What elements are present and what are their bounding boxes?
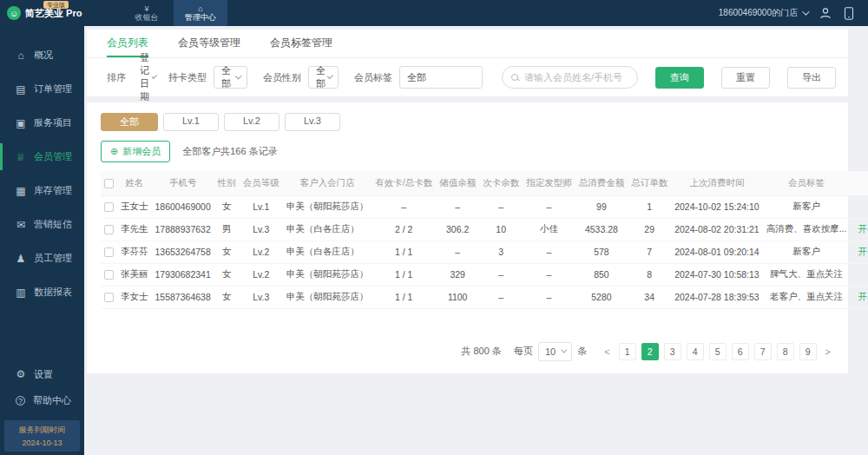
level-chip[interactable]: Lv.3 <box>285 113 340 131</box>
card-type-select[interactable]: 全部 <box>214 66 247 89</box>
home-icon: ⌂ <box>198 4 202 13</box>
cell-balance: – <box>436 241 479 263</box>
cell-order-count: 1 <box>628 195 671 218</box>
sidebar-item-help-center[interactable]: ? 帮助中心 <box>0 387 84 413</box>
per-page-select[interactable]: 10 <box>538 342 572 361</box>
chevron-down-icon <box>152 74 157 79</box>
sort-label: 排序 <box>107 71 126 84</box>
sidebar-item-settings[interactable]: ⚙ 设置 <box>0 361 84 387</box>
level-chip[interactable]: Lv.2 <box>224 113 279 131</box>
sidebar-item-inventory[interactable]: ▦ 库存管理 <box>0 174 84 208</box>
sidebar-item-label: 会员管理 <box>34 150 72 163</box>
cell-store: 申美（白各庄店） <box>283 241 372 263</box>
cell-cards: – <box>372 195 436 218</box>
top-tab-admin-center[interactable]: ⌂ 管理中心 <box>174 0 227 26</box>
cell-last-purchase-time: 2024-08-02 20:31:21 <box>671 218 763 241</box>
cell-last-purchase-time: 2024-08-01 09:20:14 <box>671 241 763 263</box>
chevron-down-icon <box>802 8 809 15</box>
gender-select[interactable]: 全部 <box>308 66 339 89</box>
reset-button[interactable]: 重置 <box>721 67 770 89</box>
member-table: 姓名手机号性别会员等级客户入会门店有效卡/总卡数储值余额次卡余数指定发型师总消费… <box>101 171 868 309</box>
cell-name: 张美丽 <box>117 263 152 286</box>
sidebar-footer: ⚙ 设置 ? 帮助中心 服务到期时间 2024-10-13 <box>0 361 84 452</box>
sidebar-item-overview[interactable]: ⌂ 概况 <box>0 38 84 72</box>
cell-last-purchase-time: 2024-07-30 10:58:13 <box>671 263 763 286</box>
page-button-4[interactable]: 4 <box>687 343 704 360</box>
top-tab-cashier[interactable]: ¥ 收银台 <box>120 0 174 26</box>
page-button-8[interactable]: 8 <box>777 343 794 360</box>
cell-gender: 女 <box>214 286 240 308</box>
column-header: 操作 <box>850 171 868 195</box>
cell-total-spend: 5280 <box>575 286 628 308</box>
per-page-label: 每页 <box>514 345 533 358</box>
row-checkbox[interactable] <box>104 247 114 257</box>
top-tabs: ¥ 收银台 ⌂ 管理中心 <box>120 0 227 26</box>
column-header: 上次消费时间 <box>671 171 763 195</box>
cell-balance: 306.2 <box>436 218 479 241</box>
level-chip[interactable]: 全部 <box>101 113 158 131</box>
cell-stylist: – <box>523 263 575 286</box>
sort-select-value: 登记日期 <box>140 51 152 103</box>
cell-phone: 17930682341 <box>152 263 214 286</box>
cell-gender: 女 <box>214 195 240 218</box>
topbar: ☺ 简艺美业 Pro 专业版 ¥ 收银台 ⌂ 管理中心 18600469000的… <box>0 0 868 26</box>
tab-member-levels[interactable]: 会员等级管理 <box>178 30 240 57</box>
action-link[interactable]: 开单 <box>858 246 868 256</box>
expiry-date: 2024-10-13 <box>6 439 78 447</box>
tab-member-tags[interactable]: 会员标签管理 <box>270 30 332 57</box>
page-button-9[interactable]: 9 <box>799 343 817 360</box>
cell-last-purchase-time: 2024-07-28 18:39:53 <box>671 286 763 308</box>
sort-select[interactable]: 登记日期 <box>133 66 161 89</box>
next-page-button[interactable]: > <box>822 346 834 357</box>
page-button-6[interactable]: 6 <box>732 343 749 360</box>
page-button-7[interactable]: 7 <box>754 343 772 360</box>
cell-phone: 15587364638 <box>152 286 214 308</box>
row-checkbox[interactable] <box>104 270 114 280</box>
page-button-5[interactable]: 5 <box>709 343 727 360</box>
cell-total-spend: 99 <box>575 195 628 218</box>
gender-select-value: 全部 <box>316 64 327 90</box>
row-actions: 开单详情 <box>850 263 868 286</box>
cell-name: 李先生 <box>117 218 152 241</box>
cell-member-tags: 脾气大、重点关注 <box>763 263 851 286</box>
export-button[interactable]: 导出 <box>787 67 836 89</box>
page-button-1[interactable]: 1 <box>619 343 636 360</box>
sidebar-footer-menu: ⚙ 设置 ? 帮助中心 <box>0 361 84 413</box>
user-icon[interactable] <box>819 7 832 19</box>
sidebar-item-staff[interactable]: ♟ 员工管理 <box>0 241 84 275</box>
member-tag-input[interactable] <box>399 66 483 89</box>
record-count: 全部客户共166 条记录 <box>182 145 277 158</box>
cell-phone: 17888937632 <box>152 218 214 241</box>
sidebar-item-label: 服务项目 <box>34 116 72 129</box>
cell-store: 申美（朝阳苑莎店） <box>283 263 372 286</box>
cell-level: Lv.2 <box>240 263 283 286</box>
sidebar-item-services[interactable]: ▣ 服务项目 <box>0 106 84 140</box>
level-chip[interactable]: Lv.1 <box>163 113 219 131</box>
card-type-label: 持卡类型 <box>168 71 207 84</box>
prev-page-button[interactable]: < <box>601 346 613 357</box>
sidebar-item-reports[interactable]: ▥ 数据报表 <box>0 275 84 309</box>
select-all-checkbox[interactable] <box>104 179 114 188</box>
row-checkbox[interactable] <box>104 293 114 302</box>
action-link[interactable]: 开单 <box>858 291 868 301</box>
page-button-3[interactable]: 3 <box>664 343 681 360</box>
row-checkbox-cell <box>101 195 117 218</box>
gender-label: 会员性别 <box>263 71 301 84</box>
member-table-card: 全部 Lv.1 Lv.2 Lv.3 ⊕ 新增会员 全部客户共166 条记录 姓名… <box>87 102 848 373</box>
add-member-button[interactable]: ⊕ 新增会员 <box>101 141 170 162</box>
row-checkbox[interactable] <box>104 202 114 212</box>
sidebar-item-sms[interactable]: ✉ 营销短信 <box>0 208 84 241</box>
row-checkbox[interactable] <box>104 225 114 234</box>
topbar-right: 18600469000的门店 <box>719 7 868 20</box>
page-button-2[interactable]: 2 <box>641 343 659 360</box>
action-link[interactable]: 开单 <box>858 223 868 234</box>
sidebar-item-members[interactable]: ♕ 会员管理 <box>0 140 84 174</box>
sidebar-item-orders[interactable]: ▤ 订单管理 <box>0 72 84 106</box>
page-numbers: 123456789 <box>619 343 817 360</box>
store-selector[interactable]: 18600469000的门店 <box>719 7 807 19</box>
query-button[interactable]: 查询 <box>655 67 704 89</box>
search-box[interactable] <box>502 66 638 89</box>
phone-icon[interactable] <box>844 7 854 20</box>
search-input[interactable] <box>524 72 628 82</box>
cell-times-remaining: – <box>479 286 523 308</box>
